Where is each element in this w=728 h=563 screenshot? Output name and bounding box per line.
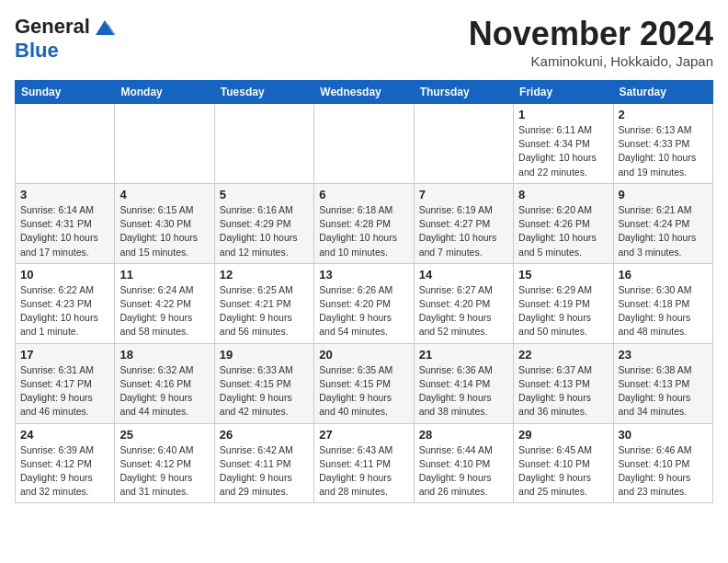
day-info: Sunrise: 6:18 AM Sunset: 4:28 PM Dayligh…: [319, 203, 408, 259]
day-info: Sunrise: 6:19 AM Sunset: 4:27 PM Dayligh…: [419, 203, 508, 259]
day-number: 21: [419, 348, 508, 362]
calendar-week-5: 24Sunrise: 6:39 AM Sunset: 4:12 PM Dayli…: [16, 423, 713, 503]
day-number: 5: [220, 188, 309, 201]
day-number: 25: [119, 428, 209, 442]
day-number: 23: [619, 348, 708, 362]
calendar-cell: 1Sunrise: 6:11 AM Sunset: 4:34 PM Daylig…: [514, 104, 613, 184]
day-info: Sunrise: 6:35 AM Sunset: 4:15 PM Dayligh…: [319, 363, 408, 419]
calendar-cell: 26Sunrise: 6:42 AM Sunset: 4:11 PM Dayli…: [214, 423, 313, 503]
calendar-cell: 27Sunrise: 6:43 AM Sunset: 4:11 PM Dayli…: [314, 423, 414, 503]
calendar-cell: 8Sunrise: 6:20 AM Sunset: 4:26 PM Daylig…: [514, 183, 613, 263]
calendar-table: SundayMondayTuesdayWednesdayThursdayFrid…: [15, 80, 713, 503]
day-info: Sunrise: 6:46 AM Sunset: 4:10 PM Dayligh…: [619, 443, 708, 500]
day-number: 22: [518, 348, 608, 362]
day-info: Sunrise: 6:20 AM Sunset: 4:26 PM Dayligh…: [518, 203, 608, 259]
day-info: Sunrise: 6:30 AM Sunset: 4:18 PM Dayligh…: [619, 283, 708, 339]
calendar-cell: [115, 104, 214, 184]
weekday-header-friday: Friday: [514, 81, 613, 104]
day-info: Sunrise: 6:27 AM Sunset: 4:20 PM Dayligh…: [419, 283, 508, 339]
calendar-cell: 3Sunrise: 6:14 AM Sunset: 4:31 PM Daylig…: [16, 183, 115, 263]
day-info: Sunrise: 6:21 AM Sunset: 4:24 PM Dayligh…: [619, 203, 708, 259]
calendar-cell: 23Sunrise: 6:38 AM Sunset: 4:13 PM Dayli…: [613, 343, 712, 423]
calendar-cell: [214, 104, 313, 184]
calendar-cell: 22Sunrise: 6:37 AM Sunset: 4:13 PM Dayli…: [514, 343, 613, 423]
day-number: 9: [619, 188, 708, 201]
calendar-cell: 21Sunrise: 6:36 AM Sunset: 4:14 PM Dayli…: [414, 343, 513, 423]
calendar-cell: [414, 104, 513, 184]
logo-blue-text: Blue: [15, 39, 59, 62]
calendar-cell: 18Sunrise: 6:32 AM Sunset: 4:16 PM Dayli…: [115, 343, 214, 423]
day-number: 4: [119, 188, 209, 201]
day-number: 20: [319, 348, 408, 362]
day-info: Sunrise: 6:36 AM Sunset: 4:14 PM Dayligh…: [419, 363, 508, 419]
calendar-cell: 10Sunrise: 6:22 AM Sunset: 4:23 PM Dayli…: [16, 263, 115, 343]
day-info: Sunrise: 6:25 AM Sunset: 4:21 PM Dayligh…: [220, 283, 309, 339]
day-number: 13: [319, 268, 408, 282]
weekday-header-tuesday: Tuesday: [214, 81, 313, 104]
calendar-cell: [16, 104, 115, 184]
calendar-cell: 7Sunrise: 6:19 AM Sunset: 4:27 PM Daylig…: [414, 183, 513, 263]
day-number: 8: [518, 188, 608, 201]
day-info: Sunrise: 6:44 AM Sunset: 4:10 PM Dayligh…: [419, 443, 508, 500]
page-header: General Blue November 2024 Kaminokuni, H…: [15, 15, 713, 69]
calendar-cell: 17Sunrise: 6:31 AM Sunset: 4:17 PM Dayli…: [16, 343, 115, 423]
day-info: Sunrise: 6:16 AM Sunset: 4:29 PM Dayligh…: [220, 203, 309, 259]
day-info: Sunrise: 6:15 AM Sunset: 4:30 PM Dayligh…: [119, 203, 209, 259]
day-number: 18: [119, 348, 209, 362]
day-number: 2: [619, 108, 708, 121]
calendar-cell: 19Sunrise: 6:33 AM Sunset: 4:15 PM Dayli…: [214, 343, 313, 423]
day-number: 12: [220, 268, 309, 282]
calendar-week-3: 10Sunrise: 6:22 AM Sunset: 4:23 PM Dayli…: [16, 263, 713, 343]
calendar-cell: 13Sunrise: 6:26 AM Sunset: 4:20 PM Dayli…: [314, 263, 414, 343]
day-info: Sunrise: 6:13 AM Sunset: 4:33 PM Dayligh…: [619, 123, 708, 179]
logo-icon: [92, 17, 118, 37]
day-number: 30: [619, 428, 708, 442]
month-title: November 2024: [469, 15, 713, 53]
calendar-cell: 6Sunrise: 6:18 AM Sunset: 4:28 PM Daylig…: [314, 183, 414, 263]
calendar-cell: 14Sunrise: 6:27 AM Sunset: 4:20 PM Dayli…: [414, 263, 513, 343]
logo: General Blue: [15, 15, 118, 63]
calendar-cell: 29Sunrise: 6:45 AM Sunset: 4:10 PM Dayli…: [514, 423, 613, 503]
day-info: Sunrise: 6:24 AM Sunset: 4:22 PM Dayligh…: [119, 283, 209, 339]
day-number: 16: [619, 268, 708, 282]
calendar-cell: 30Sunrise: 6:46 AM Sunset: 4:10 PM Dayli…: [613, 423, 712, 503]
day-number: 19: [220, 348, 309, 362]
day-number: 29: [518, 428, 608, 442]
title-block: November 2024 Kaminokuni, Hokkaido, Japa…: [469, 15, 713, 69]
day-number: 3: [20, 188, 109, 201]
day-number: 10: [20, 268, 109, 282]
day-info: Sunrise: 6:26 AM Sunset: 4:20 PM Dayligh…: [319, 283, 408, 339]
calendar-cell: 5Sunrise: 6:16 AM Sunset: 4:29 PM Daylig…: [214, 183, 313, 263]
day-info: Sunrise: 6:22 AM Sunset: 4:23 PM Dayligh…: [20, 283, 109, 339]
calendar-cell: 15Sunrise: 6:29 AM Sunset: 4:19 PM Dayli…: [514, 263, 613, 343]
day-number: 27: [319, 428, 408, 442]
logo-general: General: [15, 15, 90, 39]
calendar-week-2: 3Sunrise: 6:14 AM Sunset: 4:31 PM Daylig…: [16, 183, 713, 263]
day-info: Sunrise: 6:32 AM Sunset: 4:16 PM Dayligh…: [119, 363, 209, 419]
day-number: 28: [419, 428, 508, 442]
weekday-header-saturday: Saturday: [613, 81, 712, 104]
calendar-cell: 24Sunrise: 6:39 AM Sunset: 4:12 PM Dayli…: [16, 423, 115, 503]
weekday-header-sunday: Sunday: [16, 81, 115, 104]
day-info: Sunrise: 6:31 AM Sunset: 4:17 PM Dayligh…: [20, 363, 109, 419]
calendar-cell: 9Sunrise: 6:21 AM Sunset: 4:24 PM Daylig…: [613, 183, 712, 263]
calendar-cell: 12Sunrise: 6:25 AM Sunset: 4:21 PM Dayli…: [214, 263, 313, 343]
calendar-cell: 16Sunrise: 6:30 AM Sunset: 4:18 PM Dayli…: [613, 263, 712, 343]
day-info: Sunrise: 6:37 AM Sunset: 4:13 PM Dayligh…: [518, 363, 608, 419]
calendar-cell: 4Sunrise: 6:15 AM Sunset: 4:30 PM Daylig…: [115, 183, 214, 263]
day-info: Sunrise: 6:45 AM Sunset: 4:10 PM Dayligh…: [518, 443, 608, 500]
day-number: 6: [319, 188, 408, 201]
day-number: 24: [20, 428, 109, 442]
day-info: Sunrise: 6:11 AM Sunset: 4:34 PM Dayligh…: [518, 123, 608, 179]
day-number: 15: [518, 268, 608, 282]
weekday-header-wednesday: Wednesday: [314, 81, 414, 104]
day-number: 1: [518, 108, 608, 121]
day-number: 7: [419, 188, 508, 201]
calendar-cell: 2Sunrise: 6:13 AM Sunset: 4:33 PM Daylig…: [613, 104, 712, 184]
day-info: Sunrise: 6:33 AM Sunset: 4:15 PM Dayligh…: [220, 363, 309, 419]
calendar-cell: 28Sunrise: 6:44 AM Sunset: 4:10 PM Dayli…: [414, 423, 513, 503]
day-info: Sunrise: 6:39 AM Sunset: 4:12 PM Dayligh…: [20, 443, 109, 500]
day-number: 26: [220, 428, 309, 442]
day-number: 17: [20, 348, 109, 362]
day-info: Sunrise: 6:42 AM Sunset: 4:11 PM Dayligh…: [220, 443, 309, 500]
